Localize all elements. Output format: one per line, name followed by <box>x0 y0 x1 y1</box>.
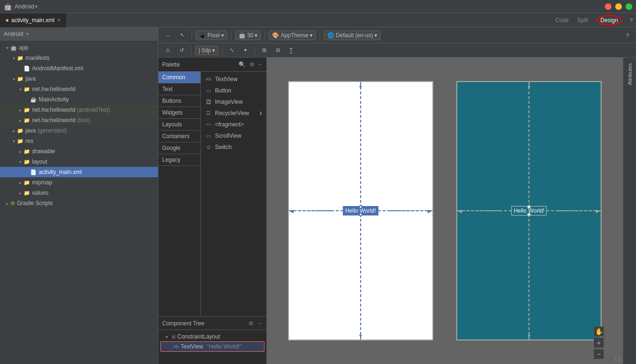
tree-arrow-package-main: ▾ <box>17 87 24 92</box>
hand-tool-button[interactable]: ✋ <box>594 326 604 337</box>
api-dropdown[interactable]: 🤖 30 ▾ <box>235 31 261 40</box>
tree-item-package-androidtest[interactable]: ▸ 📁 net.hw.helloworld (androidTest) <box>0 105 158 115</box>
tree-item-mainactivity[interactable]: ▸ ☕ MainActivity <box>0 94 158 105</box>
tree-item-res[interactable]: ▾ 📁 res <box>0 136 158 146</box>
maximize-button[interactable] <box>626 3 632 10</box>
palette-cat-buttons[interactable]: Buttons <box>158 95 200 107</box>
tree-item-mipmap[interactable]: ▸ 📁 mipmap <box>0 177 158 188</box>
toolbar-sep-b1 <box>191 46 191 55</box>
tree-item-drawable[interactable]: ▸ 📁 drawable <box>0 146 158 157</box>
tree-item-manifests[interactable]: ▾ 📁 manifests <box>0 53 158 63</box>
close-button[interactable] <box>605 3 611 10</box>
tree-item-values[interactable]: ▸ 📁 values <box>0 188 158 198</box>
tree-label-package-main: net.hw.helloworld <box>32 86 75 92</box>
tree-label-drawable: drawable <box>32 148 55 155</box>
constraint-dot-bottom <box>359 213 363 216</box>
attributes-panel-button[interactable]: Attributes <box>625 59 635 89</box>
palette-search-button[interactable]: 🔍 <box>238 60 247 69</box>
theme-label: AppTheme <box>281 32 308 39</box>
component-tree-minimize-button[interactable]: − <box>257 319 263 328</box>
help-icon-button[interactable]: ? <box>627 16 636 25</box>
gradle-icon: ⚙ <box>10 200 15 207</box>
palette-item-switch-label: Switch <box>215 144 231 150</box>
palette-item-scrollview[interactable]: ▭ ScrollView <box>201 130 266 141</box>
arrow-dark-bottom: ▼ <box>527 333 531 339</box>
inset-dropdown-arrow: ▾ <box>212 47 215 54</box>
constraint-dark-right <box>558 210 601 211</box>
component-tree-header: Component Tree ⚙ − <box>158 317 266 330</box>
palette-cat-containers-label: Containers <box>162 133 190 140</box>
toolbar-separator-3 <box>264 31 265 40</box>
error-toggle-button[interactable]: ⚠ <box>162 46 173 55</box>
pan-button[interactable]: ↔ <box>162 31 174 40</box>
zoom-in-button[interactable]: + <box>594 338 604 348</box>
constraints-button[interactable]: ⊞ <box>259 46 270 55</box>
tree-item-androidmanifest[interactable]: ▸ 📄 AndroidManifest.xml <box>0 63 158 74</box>
transform-button[interactable]: ⤡ <box>226 46 237 55</box>
palette-cat-layouts[interactable]: Layouts <box>158 119 200 131</box>
api-dropdown-arrow: ▾ <box>255 32 257 39</box>
palette-settings-button[interactable]: ⚙ <box>248 60 256 69</box>
component-tree-panel: Component Tree ⚙ − ▾ ⊞ ConstraintLayout … <box>158 317 266 364</box>
tree-arrow-res: ▾ <box>10 139 17 144</box>
locale-dropdown[interactable]: 🌐 Default (en-us) ▾ <box>324 31 380 40</box>
palette-item-scrollview-icon: ▭ <box>205 133 212 139</box>
tree-label-mipmap: mipmap <box>32 179 52 186</box>
help-design-button[interactable]: ? <box>623 31 632 40</box>
palette-item-button[interactable]: ▭ Button <box>201 85 266 96</box>
canvas-area[interactable]: Hello World! ◀ ▶ ▲ ▼ <box>267 58 623 364</box>
palette-cat-text[interactable]: Text <box>158 83 200 95</box>
tree-item-activity-main-xml[interactable]: ▸ 📄 activity_main.xml <box>0 167 158 177</box>
design-view-button[interactable]: Design <box>593 16 626 25</box>
palette-item-fragment[interactable]: <> <fragment> <box>201 119 266 130</box>
tree-item-gradle-scripts[interactable]: ▸ ⚙ Gradle Scripts <box>0 198 158 208</box>
editor-layout: Palette 🔍 ⚙ − Common Text <box>158 58 636 364</box>
split-view-button[interactable]: Split <box>573 16 592 25</box>
folder-java-generated-icon: 📁 <box>17 128 24 134</box>
zoom-out-button[interactable]: − <box>594 349 604 359</box>
palette-item-switch[interactable]: ⊙ Switch <box>201 141 266 153</box>
palette-cat-common[interactable]: Common <box>158 72 200 83</box>
tree-item-java-generated[interactable]: ▸ 📁 java (generated) <box>0 125 158 136</box>
folder-test-icon: 📁 <box>24 117 30 124</box>
tree-label-java-generated: java (generated) <box>25 127 66 134</box>
baseline-button[interactable]: T̲ <box>286 46 296 55</box>
pixel-dropdown[interactable]: 📱 Pixel ▾ <box>196 31 227 40</box>
palette-item-textview[interactable]: Ab TextView <box>201 74 266 85</box>
palette-cat-google[interactable]: Google <box>158 142 200 154</box>
palette-cat-containers[interactable]: Containers <box>158 131 200 142</box>
palette-item-recyclerview[interactable]: ☰ RecyclerView ⬇ <box>201 108 266 119</box>
tree-item-app[interactable]: ▾ 🤖 app <box>0 42 158 53</box>
inset-dropdown[interactable]: | 0dp ▾ <box>195 46 218 55</box>
tab-close-icon[interactable]: ✕ <box>57 17 61 23</box>
tree-item-layout[interactable]: ▾ 📁 layout <box>0 157 158 167</box>
select-button[interactable]: ↖ <box>177 31 188 40</box>
tab-activity-main[interactable]: ■ activity_main.xml ✕ <box>0 13 67 27</box>
align-button[interactable]: ⊟ <box>273 46 283 55</box>
minimize-button[interactable] <box>615 3 622 10</box>
tree-item-java[interactable]: ▾ 📁 java <box>0 74 158 84</box>
palette-cat-legacy[interactable]: Legacy <box>158 154 200 166</box>
component-tree-settings-button[interactable]: ⚙ <box>248 319 255 328</box>
toolbar-separator-4 <box>320 31 320 40</box>
content-area: ↔ ↖ 📱 Pixel ▾ 🤖 30 ▾ 🎨 AppTheme ▾ <box>158 27 636 364</box>
component-tree-item-constraint-layout[interactable]: ▾ ⊞ ConstraintLayout <box>160 332 264 341</box>
code-view-button[interactable]: Code <box>551 16 572 25</box>
tree-arrow-values: ▸ <box>17 190 24 196</box>
palette-cat-widgets[interactable]: Widgets <box>158 107 200 119</box>
tree-label-androidtest: net.hw.helloworld (androidTest) <box>32 107 110 113</box>
component-tree-item-textview[interactable]: Ab TextView "Hello World!" <box>160 341 264 352</box>
title-dropdown-icon[interactable]: ▾ <box>35 3 38 10</box>
folder-values-icon: 📁 <box>24 190 30 196</box>
locale-label: Default (en-us) <box>336 32 373 39</box>
palette-item-imageview[interactable]: 🖼 ImageView <box>201 96 266 108</box>
design-toolbar-bottom: ⚠ ↺ | 0dp ▾ ⤡ ✦ ⊞ ⊟ T̲ <box>158 43 636 58</box>
theme-dropdown[interactable]: 🎨 AppTheme ▾ <box>269 31 316 40</box>
constraint-left-line <box>289 210 332 211</box>
tree-item-package-main[interactable]: ▾ 📁 net.hw.helloworld <box>0 84 158 94</box>
magic-button[interactable]: ✦ <box>240 46 251 55</box>
title-bar-title: Android <box>15 3 34 10</box>
palette-close-button[interactable]: − <box>257 60 263 69</box>
tree-item-package-test[interactable]: ▸ 📁 net.hw.helloworld (test) <box>0 115 158 125</box>
refresh-button[interactable]: ↺ <box>176 46 187 55</box>
